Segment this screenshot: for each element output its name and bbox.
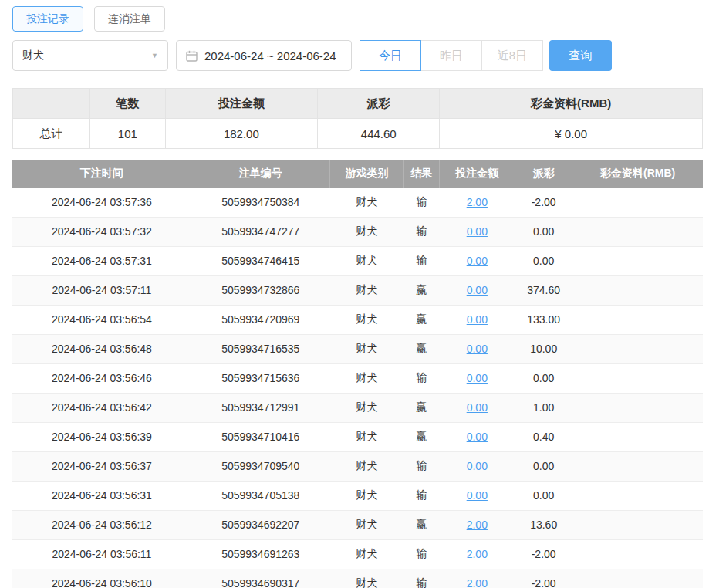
- bet-amount-link[interactable]: 2.00: [467, 548, 488, 560]
- tab-bar: 投注记录 连消注单: [12, 6, 703, 32]
- cell-game-type: 财犬: [330, 188, 404, 217]
- cell-order-id: 5059934709540: [191, 451, 330, 481]
- cell-bet-time: 2024-06-24 03:57:31: [12, 246, 191, 275]
- cell-result: 输: [403, 363, 439, 393]
- records-header-result: 结果: [403, 160, 439, 188]
- cell-order-id: 5059934692207: [191, 510, 330, 539]
- bet-amount-link[interactable]: 0.00: [467, 372, 488, 384]
- cell-payout: -2.00: [515, 539, 572, 569]
- date-range-picker[interactable]: 2024-06-24 ~ 2024-06-24: [176, 40, 352, 71]
- cell-payout: 1.00: [515, 393, 572, 422]
- bet-amount-link[interactable]: 0.00: [467, 431, 488, 443]
- cell-bet-amount: 0.00: [439, 246, 515, 275]
- cell-bet-time: 2024-06-24 03:57:32: [12, 217, 191, 246]
- cell-game-type: 财犬: [330, 275, 404, 305]
- table-row: 2024-06-24 03:56:115059934691263财犬输2.00-…: [12, 539, 703, 569]
- table-row: 2024-06-24 03:57:325059934747277财犬输0.000…: [12, 217, 703, 246]
- filter-bar: 财犬 ▼ 2024-06-24 ~ 2024-06-24 今日 昨日 近8日 查…: [12, 40, 703, 71]
- cell-game-type: 财犬: [330, 510, 404, 539]
- table-row: 2024-06-24 03:56:315059934705138财犬输0.000…: [12, 481, 703, 510]
- records-table: 下注时间 注单编号 游戏类别 结果 投注金额 派彩 彩金资料(RMB) 2024…: [12, 160, 703, 588]
- cell-order-id: 5059934710416: [191, 422, 330, 451]
- records-header-time: 下注时间: [12, 160, 191, 188]
- cell-bet-amount: 0.00: [439, 275, 515, 305]
- quick-filter-yesterday[interactable]: 昨日: [420, 40, 482, 71]
- cell-bonus: [572, 363, 703, 393]
- cell-bonus: [572, 334, 703, 363]
- cell-payout: 133.00: [515, 305, 572, 334]
- cell-order-id: 5059934715636: [191, 363, 330, 393]
- bet-amount-link[interactable]: 0.00: [467, 284, 488, 296]
- records-header-order-id: 注单编号: [191, 160, 330, 188]
- bet-amount-link[interactable]: 0.00: [467, 343, 488, 355]
- bet-amount-link[interactable]: 0.00: [467, 489, 488, 502]
- game-select-value: 财犬: [22, 49, 44, 63]
- cell-bet-amount: 0.00: [439, 393, 515, 422]
- cell-result: 输: [403, 188, 439, 217]
- bet-amount-link[interactable]: 2.00: [467, 196, 488, 208]
- summary-table: 笔数 投注金额 派彩 彩金资料(RMB) 总计 101 182.00 444.6…: [12, 88, 703, 149]
- quick-filter-last-8-days[interactable]: 近8日: [481, 40, 543, 71]
- cell-bet-amount: 0.00: [439, 451, 515, 481]
- chevron-down-icon: ▼: [151, 52, 158, 59]
- bet-amount-link[interactable]: 0.00: [467, 225, 488, 238]
- cell-bonus: [572, 481, 703, 510]
- cell-bet-amount: 2.00: [439, 188, 515, 217]
- table-row: 2024-06-24 03:56:105059934690317财犬输2.00-…: [12, 569, 703, 588]
- bet-amount-link[interactable]: 0.00: [467, 313, 488, 326]
- cell-order-id: 5059934746415: [191, 246, 330, 275]
- cell-bet-time: 2024-06-24 03:56:10: [12, 569, 191, 588]
- summary-total-label: 总计: [13, 119, 90, 149]
- cell-game-type: 财犬: [330, 334, 404, 363]
- summary-total-payout: 444.60: [318, 119, 440, 149]
- cell-payout: 0.40: [515, 422, 572, 451]
- table-row: 2024-06-24 03:56:375059934709540财犬输0.000…: [12, 451, 703, 481]
- quick-filter-today[interactable]: 今日: [360, 40, 421, 71]
- cell-payout: -2.00: [515, 569, 572, 588]
- cell-bet-amount: 0.00: [439, 422, 515, 451]
- cell-result: 赢: [403, 422, 439, 451]
- search-button[interactable]: 查询: [549, 40, 612, 71]
- bet-amount-link[interactable]: 2.00: [467, 519, 488, 531]
- bet-amount-link[interactable]: 0.00: [467, 460, 488, 472]
- records-header-bonus: 彩金资料(RMB): [572, 160, 703, 188]
- cell-result: 输: [403, 451, 439, 481]
- summary-total-count: 101: [90, 119, 165, 149]
- cell-result: 输: [403, 481, 439, 510]
- cell-bet-time: 2024-06-24 03:56:37: [12, 451, 191, 481]
- cell-order-id: 5059934720969: [191, 305, 330, 334]
- cell-bet-time: 2024-06-24 03:56:54: [12, 305, 191, 334]
- cell-result: 赢: [403, 510, 439, 539]
- cell-payout: 0.00: [515, 246, 572, 275]
- cell-result: 赢: [403, 275, 439, 305]
- table-row: 2024-06-24 03:57:315059934746415财犬输0.000…: [12, 246, 703, 275]
- cell-bonus: [572, 246, 703, 275]
- tab-bet-records[interactable]: 投注记录: [12, 6, 83, 32]
- cell-result: 输: [403, 539, 439, 569]
- cell-game-type: 财犬: [330, 246, 404, 275]
- cell-game-type: 财犬: [330, 305, 404, 334]
- cell-result: 输: [403, 569, 439, 588]
- cell-bet-time: 2024-06-24 03:56:39: [12, 422, 191, 451]
- cell-bet-amount: 0.00: [439, 334, 515, 363]
- table-row: 2024-06-24 03:56:425059934712991财犬赢0.001…: [12, 393, 703, 422]
- table-row: 2024-06-24 03:57:115059934732866财犬赢0.003…: [12, 275, 703, 305]
- table-row: 2024-06-24 03:56:465059934715636财犬输0.000…: [12, 363, 703, 393]
- game-select[interactable]: 财犬 ▼: [12, 40, 168, 71]
- bet-amount-link[interactable]: 0.00: [467, 401, 488, 414]
- table-row: 2024-06-24 03:56:125059934692207财犬赢2.001…: [12, 510, 703, 539]
- bet-amount-link[interactable]: 0.00: [467, 255, 488, 267]
- cell-bet-amount: 2.00: [439, 569, 515, 588]
- cell-bet-amount: 2.00: [439, 510, 515, 539]
- tab-cancelled-orders[interactable]: 连消注单: [94, 6, 165, 32]
- summary-header-row: 笔数 投注金额 派彩 彩金资料(RMB): [13, 89, 703, 119]
- cell-bet-time: 2024-06-24 03:57:36: [12, 188, 191, 217]
- records-header-bet-amount: 投注金额: [439, 160, 515, 188]
- cell-bonus: [572, 305, 703, 334]
- cell-game-type: 财犬: [330, 451, 404, 481]
- records-header-row: 下注时间 注单编号 游戏类别 结果 投注金额 派彩 彩金资料(RMB): [12, 160, 703, 188]
- cell-order-id: 5059934747277: [191, 217, 330, 246]
- bet-amount-link[interactable]: 2.00: [467, 577, 488, 588]
- summary-total-bonus: ¥ 0.00: [440, 119, 703, 149]
- cell-payout: 10.00: [515, 334, 572, 363]
